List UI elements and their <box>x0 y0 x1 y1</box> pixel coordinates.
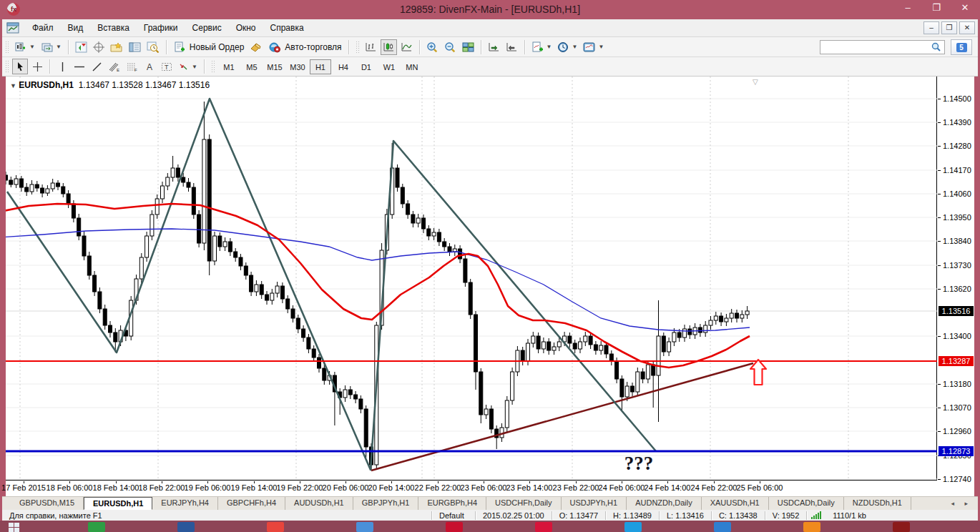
chart-tab-eurjpyh[interactable]: EURJPYh,H4 <box>152 497 218 510</box>
tile-windows-button[interactable] <box>460 39 476 55</box>
terminal-panel-icon <box>129 41 141 53</box>
chart-tab-usdchfh[interactable]: USDCHFh,Daily <box>486 497 561 510</box>
menu-6[interactable]: Справка <box>263 21 311 35</box>
periods-button[interactable]: ▼ <box>555 39 579 55</box>
taskbar-app-icon-4[interactable] <box>446 522 463 532</box>
toolbar-grip[interactable] <box>5 41 9 54</box>
taskbar-app-icon-6[interactable] <box>624 522 642 532</box>
vertical-line-tool-button[interactable] <box>54 59 70 74</box>
horizontal-line-tool-button[interactable] <box>72 59 87 74</box>
chart-tab-eurgbph[interactable]: EURGBPh,H4 <box>418 497 486 510</box>
taskbar-app-icon-9[interactable] <box>893 522 910 532</box>
text-tool-button[interactable]: A <box>142 59 157 74</box>
time-tick-label: 25 Feb 06:00 <box>737 483 783 492</box>
menu-3[interactable]: Графики <box>137 21 185 35</box>
minimize-button[interactable]: – <box>898 2 917 13</box>
menu-5[interactable]: Окно <box>229 21 263 35</box>
child-minimize-button[interactable]: – <box>923 21 939 34</box>
time-tick-label: 19 Feb 06:00 <box>185 483 231 492</box>
cursor-tool-button[interactable] <box>12 59 28 74</box>
taskbar-app-icon-0[interactable] <box>88 522 105 532</box>
timeframe-m1[interactable]: M1 <box>218 59 240 74</box>
toolbar-grip[interactable] <box>5 60 9 73</box>
taskbar-app-icon-2[interactable] <box>267 522 284 532</box>
child-restore-button[interactable]: ❐ <box>941 21 957 34</box>
candlestick-chart[interactable]: ??? <box>6 77 937 481</box>
templates-button[interactable]: ▼ <box>581 39 606 55</box>
menu-0[interactable]: Файл <box>25 21 61 35</box>
chart-shift-icon <box>506 41 518 53</box>
terminal-button[interactable] <box>127 39 143 55</box>
bar-chart-button[interactable] <box>363 39 379 55</box>
menu-1[interactable]: Вид <box>61 21 91 35</box>
chart-tab-eurusdh[interactable]: EURUSDh,H1 <box>84 497 152 510</box>
taskbar-app-icon-8[interactable] <box>803 522 820 532</box>
chart-tab-xauusdh[interactable]: XAUUSDh,H1 <box>702 497 769 510</box>
profiles-button[interactable]: ▼ <box>39 39 64 55</box>
time-axis[interactable]: 17 Feb 201518 Feb 06:0018 Feb 14:0018 Fe… <box>6 481 937 496</box>
chart-tab-gbpchfh[interactable]: GBPCHFh,H4 <box>218 497 285 510</box>
taskbar-app-icon-7[interactable] <box>714 522 731 532</box>
timeframe-m30[interactable]: M30 <box>287 59 308 74</box>
taskbar-app-icon-1[interactable] <box>177 522 195 532</box>
notifications-button[interactable]: 5 <box>951 39 972 55</box>
data-window-button[interactable] <box>91 39 107 55</box>
search-input[interactable] <box>820 43 931 51</box>
timeframe-w1[interactable]: W1 <box>378 59 400 74</box>
market-watch-button[interactable] <box>73 39 89 55</box>
indicators-button[interactable]: ▼ <box>529 39 554 55</box>
fibonacci-tool-button[interactable]: F <box>124 59 140 74</box>
line-chart-button[interactable] <box>398 39 415 55</box>
status-profile[interactable]: Default <box>432 511 475 520</box>
crosshair-tool-button[interactable] <box>29 59 45 74</box>
navigator-button[interactable] <box>108 39 125 55</box>
chart-shift-marker-icon[interactable]: ▽ <box>753 78 758 86</box>
label-tool-button[interactable]: T <box>159 59 175 74</box>
svg-text:F: F <box>134 68 137 72</box>
chart-area[interactable]: ??? ▼ EURUSDh,H1 1.13467 1.13528 1.13467… <box>6 77 974 496</box>
toolbar-grip[interactable] <box>211 60 215 73</box>
time-tick-label: 24 Feb 22:00 <box>691 483 738 492</box>
channel-tool-button[interactable]: E <box>106 59 122 74</box>
chart-tab-gbpjpyh[interactable]: GBPJPYh,H1 <box>353 497 419 510</box>
new-chart-button[interactable]: ▼ <box>12 39 37 55</box>
tab-scroll-arrows[interactable]: ◂ ▸ <box>951 500 972 507</box>
trendline-tool-button[interactable] <box>89 59 104 74</box>
chart-shift-button[interactable] <box>504 39 520 55</box>
child-close-button[interactable]: ✕ <box>959 21 975 34</box>
auto-trading-button[interactable]: Авто-торговля <box>266 39 343 55</box>
timeframe-mn[interactable]: MN <box>401 59 423 74</box>
strategy-tester-button[interactable] <box>144 39 162 55</box>
zoom-out-button[interactable] <box>442 39 459 55</box>
search-icon[interactable] <box>931 41 942 53</box>
menu-4[interactable]: Сервис <box>185 21 229 35</box>
candle-chart-button[interactable] <box>381 39 397 55</box>
timeframe-d1[interactable]: D1 <box>356 59 377 74</box>
chart-tab-nzdusdh[interactable]: NZDUSDh,H1 <box>844 497 911 510</box>
taskbar-app-icon-3[interactable] <box>356 522 373 532</box>
auto-scroll-icon <box>488 41 500 53</box>
chart-tab-audusdh[interactable]: AUDUSDh,H1 <box>285 497 353 510</box>
chart-plot[interactable]: ??? ▼ EURUSDh,H1 1.13467 1.13528 1.13467… <box>6 77 937 481</box>
chart-tab-usdjpyh[interactable]: USDJPYh,H1 <box>562 497 627 510</box>
toolbar-grip[interactable] <box>356 41 359 54</box>
zoom-in-button[interactable] <box>424 39 441 55</box>
timeframe-m15[interactable]: M15 <box>264 59 285 74</box>
one-click-collapse-icon[interactable]: ▼ <box>10 82 16 89</box>
timeframe-h1[interactable]: H1 <box>310 59 331 74</box>
arrows-tool-button[interactable]: ▼ <box>176 59 200 74</box>
new-order-button[interactable]: Новый Ордер <box>171 39 246 55</box>
chart-tab-audnzdh[interactable]: AUDNZDh,Daily <box>627 497 701 510</box>
timeframe-m5[interactable]: M5 <box>241 59 263 74</box>
maximize-button[interactable]: ❐ <box>927 2 946 13</box>
price-axis[interactable]: 1.145001.143901.142801.141701.140601.139… <box>938 77 974 481</box>
metaeditor-button[interactable] <box>248 39 265 55</box>
auto-scroll-button[interactable] <box>486 39 502 55</box>
start-button[interactable] <box>6 521 19 532</box>
timeframe-h4[interactable]: H4 <box>333 59 354 74</box>
menu-2[interactable]: Вставка <box>90 21 137 35</box>
chart-tab-gbpusdh[interactable]: GBPUSDh,M15 <box>11 497 84 510</box>
chart-tab-usdcadh[interactable]: USDCADh,Daily <box>769 497 844 510</box>
close-button[interactable]: ✕ <box>956 2 974 13</box>
taskbar-app-icon-5[interactable] <box>535 522 552 532</box>
